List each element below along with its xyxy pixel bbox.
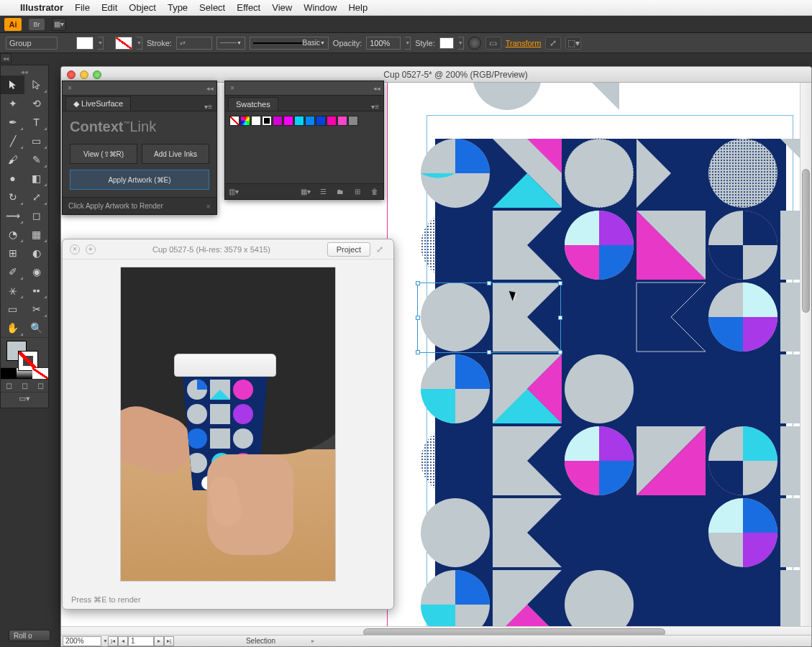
swatch-none[interactable]	[229, 116, 240, 126]
width-tool[interactable]: ⟿	[1, 206, 24, 225]
graphic-style-menu[interactable]: ▼	[458, 37, 464, 50]
menu-window[interactable]: Window	[304, 2, 337, 13]
arrange-docs-icon[interactable]: ▦▾	[52, 18, 66, 31]
artboard-tool[interactable]: ▭	[1, 300, 24, 318]
swatch-item[interactable]	[305, 116, 315, 126]
swatch-item[interactable]	[273, 116, 283, 126]
edit-icon[interactable]: ⬚▾	[565, 37, 581, 50]
view-button[interactable]: View (⇧⌘R)	[70, 144, 137, 164]
symbol-sprayer-tool[interactable]: ⚹	[1, 281, 24, 300]
swatches-drag-bar[interactable]: × ◂◂	[225, 81, 383, 96]
tools-collapse-icon[interactable]: ◂◂	[1, 68, 48, 75]
selection-box[interactable]	[417, 283, 561, 353]
menu-file[interactable]: File	[75, 2, 90, 13]
apply-artwork-button[interactable]: Apply Artwork (⌘E)	[70, 170, 209, 190]
first-artboard-btn[interactable]: |◂	[108, 636, 118, 646]
blob-brush-tool[interactable]: ●	[1, 169, 24, 188]
swatch-item[interactable]	[348, 116, 358, 126]
blend-tool[interactable]: ◉	[24, 262, 48, 281]
window-close-icon[interactable]	[67, 70, 76, 79]
panel-menu-icon[interactable]: ▾≡	[204, 103, 212, 111]
collapsed-panel-tab[interactable]: ◂◂	[0, 53, 12, 63]
stroke-swatch[interactable]	[115, 37, 132, 50]
direct-selection-tool[interactable]	[24, 75, 48, 94]
swatch-white[interactable]	[251, 116, 261, 126]
last-artboard-btn[interactable]: ▸|	[164, 636, 174, 646]
pencil-tool[interactable]: ✎	[24, 150, 48, 169]
preview-close-icon[interactable]: ×	[70, 244, 80, 254]
gradient-tool[interactable]: ◐	[24, 244, 48, 262]
paintbrush-tool[interactable]: 🖌	[1, 150, 24, 169]
fill-swatch-menu[interactable]: ▼	[98, 37, 104, 50]
show-swatch-kinds-icon[interactable]: ▦▾	[300, 187, 311, 197]
bridge-icon[interactable]: Br	[29, 19, 45, 30]
new-color-group-icon[interactable]: 🖿	[334, 187, 346, 197]
isolate-icon[interactable]: ⤢	[545, 37, 561, 50]
none-mode-icon[interactable]	[32, 368, 48, 379]
draw-inside-icon[interactable]: ◻	[37, 381, 44, 390]
line-tool[interactable]: ╱	[1, 132, 24, 150]
menu-effect[interactable]: Effect	[237, 2, 260, 13]
rotate-tool[interactable]: ↻	[1, 188, 24, 206]
stroke-swatch-menu[interactable]: ▼	[137, 37, 142, 50]
preview-add-icon[interactable]: +	[86, 244, 96, 254]
fill-stroke-indicator[interactable]	[1, 337, 48, 367]
type-tool[interactable]: T	[24, 113, 48, 132]
prev-artboard-btn[interactable]: ◂	[118, 636, 128, 646]
slice-tool[interactable]: ✂	[24, 300, 48, 318]
graphic-style-swatch[interactable]	[439, 37, 454, 49]
eyedropper-tool[interactable]: ✐	[1, 262, 24, 281]
opacity-menu[interactable]: ▼	[405, 37, 411, 50]
lasso-tool[interactable]: ⟲	[24, 94, 48, 113]
free-transform-tool[interactable]: ◻	[24, 206, 48, 225]
menu-select[interactable]: Select	[199, 2, 225, 13]
swatches-collapse-icon[interactable]: ◂◂	[373, 85, 380, 92]
swatch-black[interactable]	[262, 116, 272, 126]
panel-collapse-icon[interactable]: ◂◂	[206, 85, 214, 92]
menubar-app[interactable]: Illustrator	[20, 2, 63, 13]
menu-object[interactable]: Object	[129, 2, 156, 13]
magic-wand-tool[interactable]: ✦	[1, 94, 24, 113]
color-mode-icon[interactable]	[1, 368, 17, 379]
zoom-field[interactable]: 200%	[63, 636, 101, 646]
selection-mode-label[interactable]: Group	[6, 37, 58, 50]
scale-tool[interactable]: ⤢	[24, 188, 48, 206]
pen-tool[interactable]: ✒	[1, 113, 24, 132]
graph-tool[interactable]: ▪▪	[24, 281, 48, 300]
hint-close-icon[interactable]: ×	[206, 202, 211, 211]
livesurface-tab[interactable]: ◆ LiveSurface	[65, 96, 131, 111]
draw-behind-icon[interactable]: ◻	[22, 381, 28, 390]
hand-tool[interactable]: ✋	[1, 318, 24, 337]
expand-icon[interactable]: ⤢	[376, 244, 386, 254]
brush-field[interactable]: Basic▼	[250, 37, 329, 50]
opacity-field[interactable]	[366, 37, 401, 50]
draw-normal-icon[interactable]: ◻	[6, 381, 12, 390]
fill-swatch[interactable]	[76, 37, 93, 50]
window-minimize-icon[interactable]	[80, 70, 88, 79]
v-scroll-thumb[interactable]	[802, 169, 810, 313]
align-icon[interactable]: ▭	[485, 37, 501, 50]
perspective-tool[interactable]: ▦	[24, 225, 48, 244]
shape-builder-tool[interactable]: ◔	[1, 225, 24, 244]
window-zoom-icon[interactable]	[93, 70, 101, 79]
preview-header[interactable]: × + Cup 0527-5 (Hi-res: 3579 x 5415) Pro…	[63, 239, 393, 260]
transform-link[interactable]: Transform	[506, 39, 542, 47]
swatch-item[interactable]	[283, 116, 293, 126]
screen-mode-icon[interactable]: ▭▾	[19, 394, 30, 403]
swatch-item[interactable]	[337, 116, 347, 126]
rectangle-tool[interactable]: ▭	[24, 132, 48, 150]
stroke-weight-field[interactable]: ▴▾	[176, 37, 212, 50]
swatch-registration[interactable]	[240, 116, 250, 126]
swatches-menu-icon[interactable]: ▾≡	[371, 103, 379, 111]
new-swatch-icon[interactable]: ⊞	[352, 187, 363, 197]
zoom-tool[interactable]: 🔍	[24, 318, 48, 337]
vertical-scrollbar[interactable]	[800, 83, 811, 626]
add-live-inks-button[interactable]: Add Live Inks	[142, 144, 209, 164]
swatches-close-icon[interactable]: ×	[228, 84, 237, 93]
menu-type[interactable]: Type	[168, 2, 188, 13]
swatch-options-icon[interactable]: ☰	[317, 187, 329, 197]
selection-tool[interactable]	[1, 75, 24, 94]
menu-view[interactable]: View	[272, 2, 292, 13]
panel-close-icon[interactable]: ×	[65, 84, 74, 93]
stroke-profile-field[interactable]: ▼	[216, 37, 245, 50]
